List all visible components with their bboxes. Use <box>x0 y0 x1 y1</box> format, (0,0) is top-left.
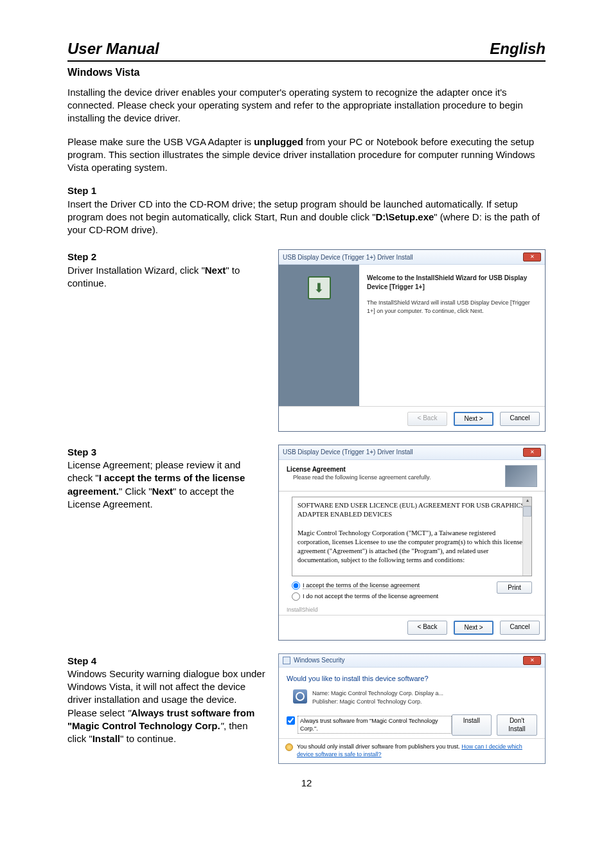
dialog-content: Welcome to the InstallShield Wizard for … <box>359 265 545 406</box>
license-body: SOFTWARE END USER LICENCE (EUL) AGREEMEN… <box>279 492 545 606</box>
security-question: Would you like to install this device so… <box>287 674 537 684</box>
dialog-title-text: USB Display Device (Trigger 1+) Driver I… <box>283 448 413 457</box>
installshield-label: InstallShield <box>279 606 545 615</box>
step-1-label: Step 1 <box>67 184 546 197</box>
para2-b-bold: unplugged <box>254 136 303 147</box>
print-button[interactable]: Print <box>497 581 532 594</box>
s2b-bold: Next <box>205 265 226 276</box>
close-icon[interactable]: ✕ <box>523 252 541 261</box>
security-options-row: Always trust software from "Magic Contro… <box>287 714 537 736</box>
dont-install-button[interactable]: Don't Install <box>497 714 537 736</box>
back-button[interactable]: < Back <box>407 621 447 635</box>
license-paragraph: Magic Control Technology Corporation ("M… <box>298 529 526 565</box>
dialog-titlebar: USB Display Device (Trigger 1+) Driver I… <box>279 250 545 265</box>
step-4-label: Step 4 <box>67 655 267 668</box>
document-header: User Manual English <box>67 39 546 59</box>
step-2-block: Step 2 Driver Installation Wizard, click… <box>67 249 546 432</box>
step-1-text: Insert the Driver CD into the CD-ROM dri… <box>67 198 546 237</box>
next-button[interactable]: Next > <box>454 412 493 426</box>
welcome-text: Welcome to the InstallShield Wizard for … <box>367 274 537 291</box>
dialog-titlebar: USB Display Device (Trigger 1+) Driver I… <box>279 445 545 460</box>
intro-paragraph-2: Please make sure the USB VGA Adapter is … <box>67 136 546 175</box>
step-4-block: Step 4 Windows Security warning dialogue… <box>67 653 546 764</box>
page-number: 12 <box>67 777 546 790</box>
s2a: Driver Installation Wizard, click " <box>67 265 205 276</box>
note-a: You should only install driver software … <box>297 743 461 750</box>
dialog-titlebar: Windows Security ✕ <box>279 654 545 668</box>
license-title: License Agreement <box>287 465 431 474</box>
dialog-sidebar: ⬇ <box>279 265 359 406</box>
reject-radio[interactable] <box>292 592 300 601</box>
driver-info-row: Name: Magic Control Technology Corp. Dis… <box>293 689 537 705</box>
license-header-image <box>505 465 537 487</box>
window-icon <box>283 657 290 664</box>
dialog-footer: < Back Next > Cancel <box>279 406 545 431</box>
driver-name: Name: Magic Control Technology Corp. Dis… <box>312 689 443 697</box>
driver-publisher: Publisher: Magic Control Technology Corp… <box>312 698 443 705</box>
s1b-bold: D:\Setup.exe <box>375 211 434 222</box>
header-title-left: User Manual <box>67 39 159 59</box>
trust-checkbox[interactable] <box>287 716 295 725</box>
accept-text: I accept the terms of the license agreem… <box>303 581 420 589</box>
trust-label: Always trust software from "Magic Contro… <box>298 716 452 734</box>
s3d-bold: Next <box>152 486 173 497</box>
cancel-button[interactable]: Cancel <box>500 621 540 635</box>
ws-title-wrap: Windows Security <box>283 656 344 665</box>
footer-note-text: You should only install driver software … <box>297 743 538 758</box>
section-title: Windows Vista <box>67 66 546 80</box>
security-footer-note: You should only install driver software … <box>279 738 545 763</box>
license-header-text: License Agreement Please read the follow… <box>287 465 431 487</box>
license-radios: I accept the terms of the license agreem… <box>292 581 438 603</box>
installer-icon: ⬇ <box>308 276 331 299</box>
s4f-bold: Install <box>93 733 120 744</box>
step-1-block: Step 1 Insert the Driver CD into the CD-… <box>67 184 546 236</box>
license-text-box[interactable]: SOFTWARE END USER LICENCE (EUL) AGREEMEN… <box>292 497 532 576</box>
para2-a: Please make sure the USB VGA Adapter is <box>67 136 254 147</box>
dialog-body: ⬇ Welcome to the InstallShield Wizard fo… <box>279 265 545 406</box>
license-options-row: I accept the terms of the license agreem… <box>292 581 532 603</box>
header-rule <box>67 60 546 62</box>
license-subtitle: Please read the following license agreem… <box>293 474 431 481</box>
step-3-text: License Agreement; please review it and … <box>67 459 267 511</box>
step-4-text: Windows Security warning dialogue box un… <box>67 668 267 746</box>
install-wizard-dialog: USB Display Device (Trigger 1+) Driver I… <box>278 249 546 432</box>
scroll-up-icon[interactable]: ▴ <box>523 497 531 506</box>
reject-text: I do not accept the terms of the license… <box>303 592 438 599</box>
license-heading: SOFTWARE END USER LICENCE (EUL) AGREEMEN… <box>298 501 526 519</box>
next-button[interactable]: Next > <box>454 621 493 635</box>
disk-icon <box>293 689 307 704</box>
back-button: < Back <box>407 412 447 426</box>
dialog-title-text: Windows Security <box>294 657 344 664</box>
header-title-right: English <box>490 39 546 59</box>
step-2-text: Driver Installation Wizard, click "Next"… <box>67 264 267 290</box>
step-2-label: Step 2 <box>67 251 267 263</box>
close-icon[interactable]: ✕ <box>523 448 541 457</box>
security-buttons: Install Don't Install <box>452 714 537 736</box>
s3c: " Click " <box>119 486 152 497</box>
welcome-desc: The InstallShield Wizard will install US… <box>367 299 537 314</box>
trust-checkbox-row[interactable]: Always trust software from "Magic Contro… <box>287 716 452 734</box>
step-3-block: Step 3 License Agreement; please review … <box>67 445 546 641</box>
s4g: " to continue. <box>120 733 176 744</box>
dialog-footer: < Back Next > Cancel <box>279 615 545 640</box>
intro-paragraph-1: Installing the device driver enables you… <box>67 86 546 125</box>
cancel-button[interactable]: Cancel <box>500 412 540 426</box>
license-agreement-dialog: USB Display Device (Trigger 1+) Driver I… <box>278 445 546 641</box>
dialog-title-text: USB Display Device (Trigger 1+) Driver I… <box>283 253 413 262</box>
install-button[interactable]: Install <box>452 714 492 736</box>
scroll-thumb[interactable] <box>523 506 531 517</box>
scrollbar[interactable]: ▴ <box>522 497 531 576</box>
step-3-label: Step 3 <box>67 446 267 459</box>
driver-info-text: Name: Magic Control Technology Corp. Dis… <box>312 689 443 705</box>
dialog-body: Would you like to install this device so… <box>279 668 545 738</box>
license-header: License Agreement Please read the follow… <box>279 460 545 492</box>
reject-radio-label[interactable]: I do not accept the terms of the license… <box>292 592 438 601</box>
accept-radio[interactable] <box>292 581 300 590</box>
windows-security-dialog: Windows Security ✕ Would you like to ins… <box>278 653 546 764</box>
shield-icon <box>285 743 293 751</box>
close-icon[interactable]: ✕ <box>523 656 541 665</box>
accept-radio-label[interactable]: I accept the terms of the license agreem… <box>292 581 438 590</box>
